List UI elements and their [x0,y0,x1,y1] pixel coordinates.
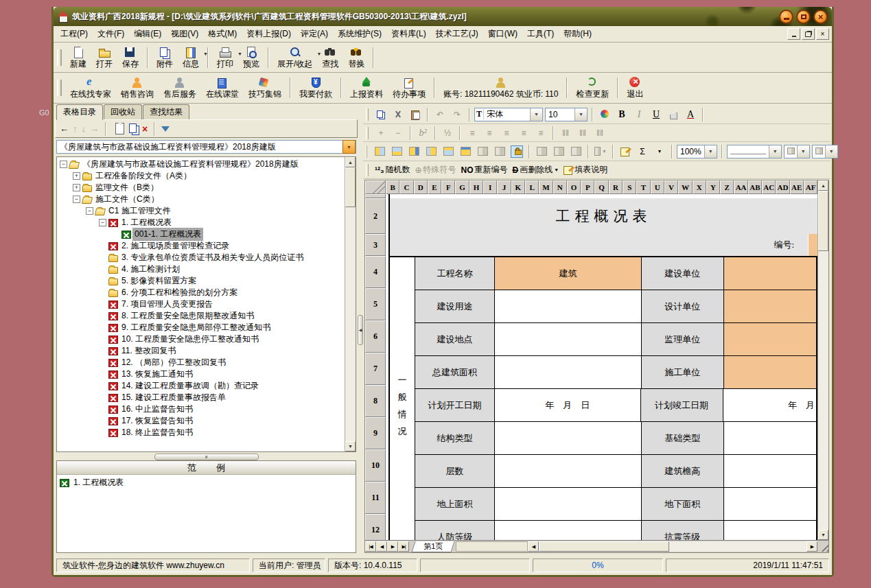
font-size-select[interactable]: 10 ▼ [545,108,588,121]
scrollbar-thumb[interactable] [818,191,828,251]
side-merged-cell[interactable]: 一般情况 [390,257,415,540]
print-button[interactable]: 打印▼ [212,46,238,69]
fraction-button[interactable]: ½ [440,126,455,140]
value-cell[interactable] [724,290,816,322]
row-header-6[interactable]: 6 [365,320,386,353]
value-cell[interactable] [724,356,816,388]
align-distribute-button[interactable]: ≡ [533,126,548,140]
tree-item[interactable]: 18. 终止监督告知书 [57,427,345,438]
tree-item[interactable]: 9. 工程质量安全隐患局部停工整改通知书 [57,322,345,333]
tree-expander-icon[interactable]: − [60,161,67,168]
sum-button[interactable]: Σ [635,145,650,158]
label-cell[interactable]: 人防等级 [415,521,495,540]
vertical-splitter[interactable]: ◀ [358,105,363,554]
zoom-in-button[interactable]: + [373,126,388,140]
tree-expander-icon[interactable]: − [86,207,93,215]
select-all-corner[interactable] [365,180,386,194]
menu-item-13[interactable]: 帮助(H) [559,27,596,41]
tree-item[interactable]: −1. 工程概况表 [57,217,345,228]
tree-item[interactable]: 001-1. 工程概况表 [57,228,345,240]
label-cell[interactable]: 基础类型 [642,422,724,454]
renumber-button[interactable]: NO 重新编号 [460,163,509,177]
tree-expander-icon[interactable]: + [73,172,80,180]
value-cell[interactable] [495,356,642,388]
menu-item-4[interactable]: 视图(V) [167,27,202,41]
column-header-N[interactable]: N [553,180,567,194]
nav-up-button[interactable]: ↑ [73,124,78,134]
sum-dropdown-icon[interactable]: ▼ [652,145,667,158]
menu-item-12[interactable]: 工具(T) [523,27,558,41]
column-header-B[interactable]: B [386,180,399,194]
column-header-X[interactable]: X [693,180,706,194]
value-cell[interactable]: 年 月 日 [495,389,641,421]
scroll-up-icon[interactable]: ▲ [818,180,828,191]
menu-item-2[interactable]: 文件(F) [93,27,128,41]
label-cell[interactable]: 建设地点 [415,323,495,355]
row-header-7[interactable]: 7 [365,353,386,385]
label-cell[interactable]: 施工单位 [642,356,724,388]
toolbar-grip[interactable] [366,127,369,139]
border-dropdown-icon[interactable]: ▼ [825,145,837,158]
column-header-F[interactable]: F [441,180,455,194]
column-header-O[interactable]: O [567,180,581,194]
tree-item[interactable]: 16. 中止监督告知书 [57,403,345,415]
tree-expander-icon[interactable]: − [73,196,80,203]
open-button[interactable]: 打开 [91,46,117,69]
update-button[interactable]: 检查更新 [571,76,614,99]
font-family-select[interactable]: T 宋体 ▼ [474,108,543,121]
copy-button[interactable] [373,108,388,121]
delete-column-button[interactable] [423,145,439,158]
strikethrough-button[interactable]: Đ 画删除线 ▼ [511,163,561,177]
label-cell[interactable]: 建筑檐高 [642,455,724,487]
classroom-button[interactable]: 在线课堂 [201,76,244,99]
nav-forward-button[interactable]: → [90,124,99,134]
tree-item[interactable]: 11. 整改回复书 [57,345,345,357]
next-page-icon[interactable]: ▶ [387,541,398,552]
row-height-increase-button[interactable] [534,145,549,158]
tree-item[interactable]: 12. （局部）停工整改回复书 [57,357,345,368]
column-header-J[interactable]: J [497,180,511,194]
find-button[interactable]: 查找 [317,46,343,69]
row-header-3[interactable]: 3 [365,234,386,256]
value-cell[interactable]: 建筑 [495,257,642,290]
column-header-Z[interactable]: Z [720,180,734,194]
font-size-dropdown-icon[interactable]: ▼ [574,108,587,121]
column-header-AA[interactable]: AA [734,180,747,194]
attach-button[interactable]: 附件 [152,46,178,69]
column-header-C[interactable]: C [399,180,413,194]
row-header-5[interactable]: 5 [365,288,386,320]
insert-column-button[interactable] [458,145,473,158]
font-dropdown-icon[interactable]: ▼ [530,108,542,121]
value-cell[interactable] [724,257,816,290]
column-header-W[interactable]: W [678,180,692,194]
todo-button[interactable]: 待办事项 [388,76,430,99]
row-header-4[interactable]: 4 [365,256,386,288]
tree-scrollbar[interactable]: ▲ ▼ [345,157,356,451]
barcode-button-3[interactable]: ‖‖ [592,126,607,140]
value-cell[interactable] [724,323,816,355]
menu-item-5[interactable]: 格式(M) [204,27,241,41]
value-cell[interactable] [724,455,816,487]
tree-item[interactable]: 13. 恢复施工通知书 [57,368,345,380]
menu-item-10[interactable]: 技术工艺(J) [432,27,483,41]
row-height-decrease-button[interactable] [551,145,566,158]
column-header-L[interactable]: L [525,180,539,194]
column-header-K[interactable]: K [511,180,525,194]
label-cell[interactable]: 结构类型 [415,422,495,454]
splitter-collapse-icon[interactable]: ∨ [154,454,259,460]
copy-form-icon[interactable] [127,123,138,134]
horizontal-splitter[interactable]: ∨ [55,453,358,460]
exit-button[interactable]: 退出 [622,76,648,99]
fill-note-button[interactable]: 填表说明 [562,163,609,177]
paste-button[interactable] [408,108,423,121]
strikethrough-dropdown-icon[interactable]: ▼ [554,167,559,172]
column-header-AC[interactable]: AC [762,180,776,194]
undo-button[interactable]: ↶ [432,108,448,121]
dropdown-arrow-icon[interactable]: ▼ [203,51,208,56]
tree-expander-icon[interactable]: − [99,219,106,226]
scroll-down-icon[interactable]: ▼ [345,441,356,451]
tree-item[interactable]: 2. 施工现场质量管理检查记录 [57,240,345,252]
row-header-11[interactable]: 11 [365,482,386,514]
sheet-scrollbar[interactable]: ▲ ▼ [817,180,828,540]
bold-button[interactable]: B [614,108,629,121]
